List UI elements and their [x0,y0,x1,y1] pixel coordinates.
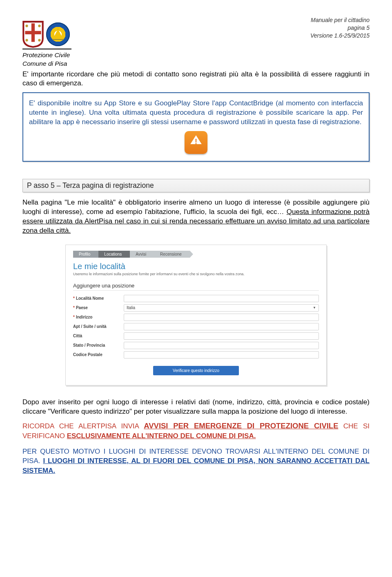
red-big: AVVISI PER EMERGENZE DI PROTEZIONE CIVIL… [144,421,338,430]
breadcrumb-step-recensione[interactable]: Recensione [154,251,190,258]
input-apt[interactable] [124,323,319,330]
blue-note-paragraph: PER QUESTO MOTIVO I LUOGHI DI INTERESSE … [22,447,370,476]
label-indirizzo-text: Indirizzo [76,315,93,319]
form-title: Le mie località [73,262,319,271]
breadcrumb-step-avvisi[interactable]: Avvisi [130,251,154,258]
red-underline-2: ESCLUSIVAMENTE ALL'INTERNO DEL COMUNE DI… [67,432,256,440]
red-pre: RICORDA CHE ALERTPISA INVIA [22,422,144,430]
input-localita-nome[interactable] [124,295,319,302]
pisa-crest-icon [22,21,44,48]
label-stato: Stato / Provincia [73,343,118,348]
select-paese[interactable]: Italia ▼ [124,304,319,312]
step-5-paragraph: Nella pagina "Le mie località" è obbliga… [22,198,370,236]
verify-address-button[interactable]: Verificare questo indirizzo [153,366,239,375]
after-form-paragraph: Dopo aver inserito per ogni luogo di int… [22,398,370,417]
form-section-heading: Aggiungere una posizione [73,283,319,291]
breadcrumb: Profilo Locations Avvisi Recensione [73,251,319,258]
input-cap[interactable] [124,351,319,359]
label-citta: Città [73,334,118,338]
label-paese-text: Paese [76,305,88,310]
svg-point-5 [38,39,40,41]
logo-underline [22,49,71,49]
info-box-text: E' disponibile inoltre su App Store e su… [29,99,363,127]
chevron-down-icon: ▼ [313,306,316,310]
svg-point-4 [25,39,28,41]
label-paese: *Paese [73,305,118,310]
select-paese-value: Italia [127,305,135,310]
org-block: Protezione Civile Comune di Pisa [22,51,370,68]
org-line-1: Protezione Civile [22,51,370,60]
form-subtitle: Useremo le informazioni sulla posizione … [73,272,319,276]
label-localita-nome: *Località Nome [73,296,118,301]
info-box-app: E' disponibile inoltre su App Store e su… [22,92,370,162]
label-localita-nome-text: Località Nome [76,296,104,301]
label-cap: Codice Postale [73,352,118,357]
svg-point-3 [38,25,40,27]
protezione-civile-icon [46,22,70,46]
label-apt: Apt / Suite / unità [73,324,118,329]
label-indirizzo: *Indirizzo [73,315,118,319]
intro-paragraph: E' importante ricordare che più metodi d… [22,70,370,89]
org-line-2: Comune di Pisa [22,60,370,68]
step-5-header: P asso 5 – Terza pagina di registrazione [22,179,370,192]
input-stato[interactable] [124,342,319,349]
input-citta[interactable] [124,332,319,340]
blue-underline: I LUOGHI DI INTERESSE, AL DI FUORI DEL C… [22,457,370,475]
breadcrumb-step-profilo[interactable]: Profilo [73,251,98,258]
red-warning-paragraph: RICORDA CHE ALERTPISA INVIA AVVISI PER E… [22,421,370,441]
locations-form-screenshot: Profilo Locations Avvisi Recensione Le m… [65,245,327,385]
contactbridge-app-icon [185,131,207,154]
input-indirizzo[interactable] [124,314,319,321]
breadcrumb-step-locations[interactable]: Locations [98,251,130,258]
svg-point-2 [25,25,28,27]
svg-rect-1 [25,31,41,34]
